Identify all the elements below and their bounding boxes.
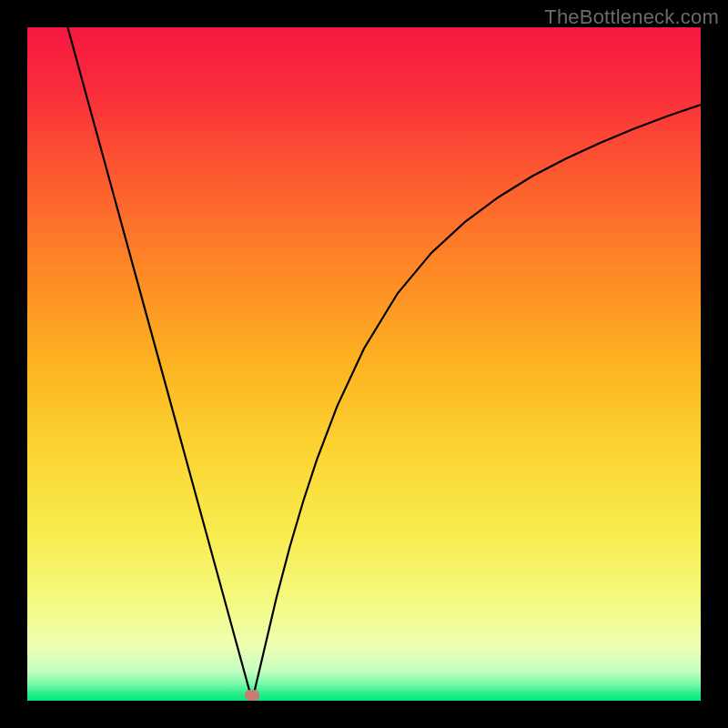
chart-frame: TheBottleneck.com: [0, 0, 728, 728]
plot-area: [27, 27, 701, 701]
curve-layer: [27, 27, 701, 701]
optimum-marker: [245, 690, 259, 701]
curve-line: [67, 27, 701, 701]
watermark-text: TheBottleneck.com: [544, 5, 719, 29]
